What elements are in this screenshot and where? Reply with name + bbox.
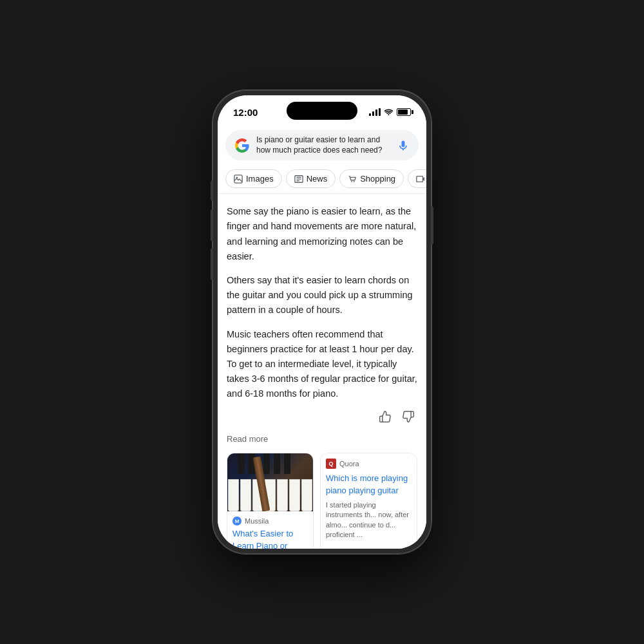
svg-point-7 [354,181,355,182]
video-icon [416,175,425,184]
mussila-title: What's Easier to Learn Piano or Guitar? [227,528,313,549]
quora-header: Q Quora [326,459,412,469]
search-bar-container: Is piano or guitar easier to learn and h… [218,124,426,166]
svg-rect-8 [417,176,423,182]
search-bar[interactable]: Is piano or guitar easier to learn and h… [225,130,419,160]
ai-paragraph-2: Others say that it's easier to learn cho… [227,273,417,318]
mussila-source-name: Mussila [245,517,269,525]
mussila-source: M Mussila [227,511,313,528]
volume-down-button[interactable] [211,248,213,280]
tab-shopping[interactable]: Shopping [339,169,404,188]
volume-up-button[interactable] [211,209,213,242]
mussila-card[interactable]: M Mussila What's Easier to Learn Piano o… [227,453,314,549]
ai-paragraph-1: Some say the piano is easier to learn, a… [227,204,417,264]
dynamic-island [287,102,357,120]
mussila-favicon: M [232,516,242,526]
content-area: Is piano or guitar easier to learn and h… [218,124,426,549]
google-logo [234,138,250,153]
read-more[interactable]: Read more [227,434,417,444]
news-icon [294,175,303,184]
tab-images-label: Images [246,174,274,184]
battery-icon [397,108,411,116]
status-time: 12:00 [233,107,258,118]
silent-button[interactable] [211,180,213,201]
thumbs-up-button[interactable] [379,410,392,426]
phone-screen: 12:00 [218,95,426,549]
shopping-icon [348,175,357,184]
svg-point-6 [351,181,352,182]
tab-news-label: News [307,174,328,184]
phone-frame: 12:00 [213,90,431,554]
quora-favicon: Q [326,459,336,469]
quora-title: Which is more playing piano playing guit… [326,473,412,496]
signal-icon [369,108,381,116]
cards-row: M Mussila What's Easier to Learn Piano o… [227,453,417,549]
main-content: Some say the piano is easier to learn, a… [218,194,426,549]
mic-icon[interactable] [397,139,410,152]
tab-shopping-label: Shopping [360,174,395,184]
ai-answer: Some say the piano is easier to learn, a… [227,204,417,401]
quora-card[interactable]: Q Quora Which is more playing piano play… [320,453,417,549]
wifi-icon [384,108,393,117]
status-icons [369,108,411,117]
tab-news[interactable]: News [286,169,336,188]
power-button[interactable] [431,206,433,245]
tab-videos[interactable]: Videos [408,169,426,188]
quora-snippet: I started playing instruments th... now,… [326,500,412,540]
quora-source-name: Quora [339,460,359,468]
tab-images[interactable]: Images [225,169,282,188]
thumbs-down-button[interactable] [402,410,415,426]
image-icon [234,175,243,184]
ai-paragraph-3: Music teachers often recommend that begi… [227,327,417,402]
filter-tabs: Images News [218,166,426,194]
feedback-row [227,410,417,426]
mussila-card-image [227,453,313,511]
search-query-text: Is piano or guitar easier to learn and h… [256,135,390,155]
